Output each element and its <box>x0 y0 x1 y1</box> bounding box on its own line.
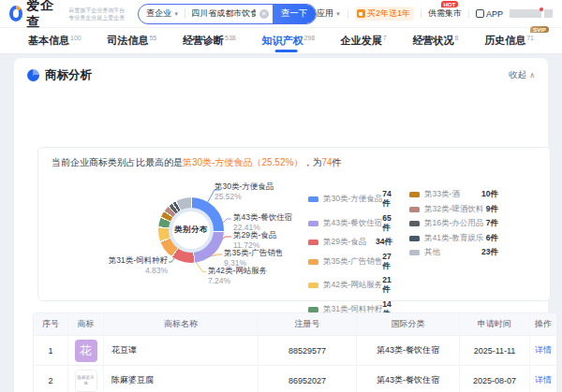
search-button[interactable]: 查一下 <box>273 4 316 24</box>
user-account-area[interactable] <box>510 9 553 18</box>
chevron-down-icon: ▼ <box>173 11 179 17</box>
supply-market-link[interactable]: HOT 供需集市 <box>428 7 462 20</box>
avatar <box>544 9 553 18</box>
apps-menu[interactable]: 应用 ▼ <box>317 7 341 20</box>
legend-swatch <box>409 192 420 197</box>
table-row: 2 陈麻婆豆腐 陈麻婆豆腐 86952027 第43类-餐饮住宿 2025-08… <box>34 365 556 392</box>
legend-swatch <box>409 207 420 212</box>
tab-operating-status[interactable]: 经营状况8 <box>413 29 459 52</box>
legend-swatch <box>308 283 318 288</box>
clear-search-icon[interactable]: ✕ <box>259 9 269 19</box>
chevron-down-icon: ▼ <box>335 11 341 17</box>
callout-label: 第35类-广告销售9.31% <box>224 248 283 268</box>
legend-swatch <box>308 259 318 265</box>
tab-history-info[interactable]: 历史信息71 SVIP <box>484 29 534 52</box>
pie-chart-icon <box>27 69 39 81</box>
collapse-button[interactable]: 收起 ∧ <box>509 69 535 81</box>
tab-intellectual-property[interactable]: 知识产权298 <box>261 29 315 52</box>
tab-enterprise-development[interactable]: 企业发展7 <box>341 29 387 52</box>
logo-tagline: 百度旗下企业查询平台 专业查企业就上爱企查 <box>68 7 125 22</box>
legend-swatch <box>308 307 318 312</box>
top-menu: 应用 ▼ 买2年送1年 HOT 供需集市 APP <box>317 7 553 21</box>
tab-operation-diagnosis[interactable]: 经营诊断538 <box>183 29 236 52</box>
callout-label: 第42类-网站服务7.24% <box>208 266 267 285</box>
legend-swatch <box>308 240 318 245</box>
legend-swatch <box>409 221 420 226</box>
divider <box>348 9 348 19</box>
table-header-row: 序号 商标 商标名称 注册号 国际分类 申请时间 操作 <box>34 313 556 335</box>
category-donut-chart: 类别分布 第30类-方便食品25.52% 第43类-餐饮住宿22.41% 第29… <box>38 170 550 299</box>
legend-item: 第32类-啤酒饮料9件 <box>409 204 498 215</box>
username-placeholder <box>510 9 541 18</box>
legend-item: 第42类-网站服务21件 <box>308 275 392 296</box>
aiqicha-logo-icon <box>9 6 22 22</box>
trademark-chart-box: 当前企业商标类别占比最高的是第30类-方便食品（25.52%），为74件 类别分… <box>37 147 551 301</box>
legend-item: 第33类-酒10件 <box>409 189 498 200</box>
promo-icon <box>357 9 365 18</box>
search-bar: 查企业 ▼ ✕ 查一下 <box>138 4 317 24</box>
divider <box>421 9 422 19</box>
callout-label: 第43类-餐饮住宿22.41% <box>233 212 292 232</box>
promo-link[interactable]: 买2年送1年 <box>355 7 414 21</box>
search-input[interactable] <box>191 9 256 19</box>
svip-badge: SVIP <box>530 26 549 33</box>
legend-item: 第43类-餐饮住宿65件 <box>308 213 392 234</box>
legend-item: 第35类-广告销售27件 <box>308 252 392 272</box>
legend-item: 其他23件 <box>409 247 498 258</box>
top-bar: 爱企查 百度旗下企业查询平台 专业查企业就上爱企查 查企业 ▼ ✕ 查一下 应用… <box>0 0 562 28</box>
donut-center-label: 类别分布 <box>172 211 210 249</box>
aiqicha-page: 爱企查 百度旗下企业查询平台 专业查企业就上爱企查 查企业 ▼ ✕ 查一下 应用… <box>0 0 562 392</box>
callout-label: 第29类-食品11.72% <box>233 230 276 250</box>
legend-item: 第41类-教育娱乐6件 <box>409 233 498 244</box>
detail-link[interactable]: 详情 <box>535 344 552 356</box>
legend-item: 第30类-方便食品74件 <box>308 189 392 210</box>
logo-text: 爱企查 <box>26 0 62 31</box>
donut-inner-ring: 类别分布 <box>169 208 214 253</box>
callout-label: 第31类-饲料种籽4.83% <box>76 255 168 275</box>
hot-badge: HOT <box>441 1 458 7</box>
app-download-link[interactable]: APP <box>476 9 503 19</box>
detail-link[interactable]: 详情 <box>535 374 552 386</box>
app-icon <box>476 9 484 18</box>
legend-swatch <box>409 236 420 241</box>
summary-text: 当前企业商标类别占比最高的是第30类-方便食品（25.52%），为74件 <box>38 148 550 169</box>
chevron-up-icon: ∧ <box>529 71 535 80</box>
nav-tab-bar: 基本信息100 司法信息55 经营诊断538 知识产权298 企业发展7 经营状… <box>0 28 562 54</box>
callout-label: 第30类-方便食品25.52% <box>214 181 274 201</box>
donut-chart: 类别分布 <box>158 197 224 263</box>
trademark-analysis-card: 商标分析 收起 ∧ 当前企业商标类别占比最高的是第30类-方便食品（25.52%… <box>14 58 548 392</box>
trademark-image: 花 <box>75 340 97 362</box>
tab-judicial-info[interactable]: 司法信息55 <box>107 29 156 52</box>
divider <box>468 9 469 19</box>
section-header: 商标分析 收起 ∧ <box>14 58 548 91</box>
aiqicha-logo[interactable]: 爱企查 百度旗下企业查询平台 专业查企业就上爱企查 <box>9 0 125 31</box>
divider <box>185 8 185 19</box>
legend-item: 第29类-食品34件 <box>308 237 392 248</box>
search-category-dropdown[interactable]: 查企业 ▼ <box>146 7 179 20</box>
notification-dot <box>540 7 543 11</box>
section-title: 商标分析 <box>45 67 92 83</box>
chart-legend-column-1: 第30类-方便食品74件 第43类-餐饮住宿65件 第29类-食品34件 第35… <box>308 189 392 323</box>
legend-swatch <box>308 221 318 226</box>
legend-swatch <box>308 196 318 202</box>
trademark-image: 陈麻婆豆腐 <box>75 370 97 392</box>
trademark-table: 序号 商标 商标名称 注册号 国际分类 申请时间 操作 1 花 花豆谭 8852… <box>33 312 557 392</box>
legend-item: 第16类-办公用品7件 <box>409 218 498 229</box>
tab-basic-info[interactable]: 基本信息100 <box>28 29 81 52</box>
legend-swatch <box>409 250 420 255</box>
table-row: 1 花 花豆谭 88529577 第43类-餐饮住宿 2025-11-11 详情 <box>34 335 556 365</box>
chart-legend-column-2: 第33类-酒10件 第32类-啤酒饮料9件 第16类-办公用品7件 第41类-教… <box>409 189 498 262</box>
